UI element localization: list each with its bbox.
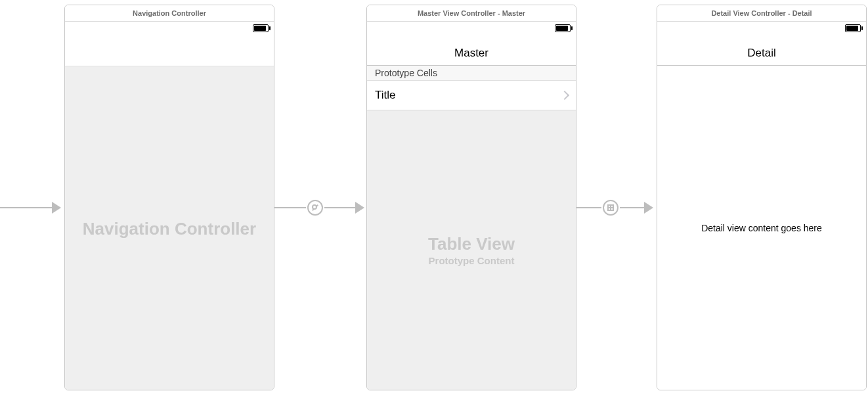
battery-icon xyxy=(555,24,571,32)
segue-line xyxy=(0,207,53,208)
navigation-bar-title[interactable]: Master xyxy=(454,47,488,60)
scene-title-bar[interactable]: Master View Controller - Master xyxy=(367,5,576,22)
segue-kind-icon-relationship xyxy=(307,200,323,216)
navigation-bar[interactable] xyxy=(65,35,274,66)
status-bar xyxy=(367,22,576,35)
status-bar xyxy=(65,22,274,35)
show-segue-icon xyxy=(607,204,614,211)
navigation-bar[interactable]: Detail xyxy=(657,35,866,66)
scene-title-bar[interactable]: Detail View Controller - Detail xyxy=(657,5,866,22)
battery-icon xyxy=(845,24,861,32)
scene-navigation-controller[interactable]: Navigation Controller Navigation Control… xyxy=(64,5,274,390)
navigation-bar-title[interactable]: Detail xyxy=(747,47,775,60)
arrowhead-icon xyxy=(355,202,364,214)
scene-title-bar[interactable]: Navigation Controller xyxy=(65,5,274,22)
scene-master-view-controller[interactable]: Master View Controller - Master Master P… xyxy=(366,5,576,390)
prototype-cell[interactable]: Title xyxy=(367,81,576,110)
table-view-placeholder-title: Table View xyxy=(428,235,515,254)
segue-show-detail[interactable] xyxy=(576,198,657,217)
initial-entry-arrow xyxy=(0,198,64,217)
segue-line xyxy=(274,207,306,208)
segue-kind-icon-show xyxy=(603,200,618,216)
segue-line xyxy=(620,207,645,208)
navigation-bar[interactable]: Master xyxy=(367,35,576,66)
scene-detail-view-controller[interactable]: Detail View Controller - Detail Detail D… xyxy=(657,5,867,390)
navigation-controller-placeholder: Navigation Controller xyxy=(65,66,274,390)
table-view[interactable]: Table View Prototype Content xyxy=(367,110,576,390)
arrowhead-icon xyxy=(644,202,653,214)
battery-icon xyxy=(253,24,269,32)
arrowhead-icon xyxy=(52,202,61,214)
status-bar xyxy=(657,22,866,35)
disclosure-indicator-icon xyxy=(560,91,569,100)
relationship-icon xyxy=(312,204,318,211)
segue-line xyxy=(576,207,601,208)
prototype-cells-header: Prototype Cells xyxy=(367,66,576,81)
detail-content-label[interactable]: Detail view content goes here xyxy=(657,66,866,390)
cell-title-label: Title xyxy=(375,89,396,102)
segue-line xyxy=(324,207,356,208)
segue-root-view-controller[interactable] xyxy=(274,198,366,217)
table-view-placeholder-subtitle: Prototype Content xyxy=(429,255,515,266)
